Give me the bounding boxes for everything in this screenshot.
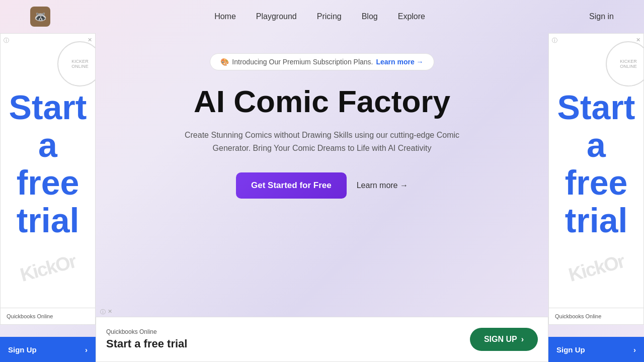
ad-left-signup-button[interactable]: Sign Up › [0, 337, 96, 362]
announcement-bar: 🎨 Introducing Our Premium Subscription P… [210, 53, 434, 70]
nav-pricing[interactable]: Pricing [317, 12, 342, 21]
sign-in-button[interactable]: Sign in [589, 12, 614, 21]
nav-playground[interactable]: Playground [256, 12, 297, 21]
ad-bottom-left: Quickbooks Online Start a free trial [106, 328, 187, 350]
nav-home[interactable]: Home [214, 12, 236, 21]
announcement-link[interactable]: Learn more → [376, 58, 423, 66]
get-started-button[interactable]: Get Started for Free [236, 172, 347, 199]
hero-buttons: Get Started for Free Learn more → [236, 172, 408, 199]
learn-more-button[interactable]: Learn more → [357, 181, 408, 190]
ad-right-signup-button[interactable]: Sign Up › [548, 337, 644, 362]
nav-blog[interactable]: Blog [362, 12, 378, 21]
ad-bottom-brand: Quickbooks Online [106, 328, 187, 335]
announcement-emoji: 🎨 [220, 58, 229, 66]
ad-bottom-icons[interactable]: ⓘ✕ [96, 307, 116, 317]
hero-subtitle: Create Stunning Comics without Drawing S… [176, 129, 468, 154]
announcement-text: Introducing Our Premium Subscription Pla… [232, 58, 373, 66]
ad-bottom-banner: ⓘ✕ Quickbooks Online Start a free trial … [96, 317, 548, 362]
ad-left-signup-label: Sign Up [8, 345, 37, 354]
logo-icon: 🦝 [30, 7, 50, 27]
chevron-right-icon-right: › [633, 345, 636, 354]
logo[interactable]: 🦝 [30, 7, 50, 27]
ad-right-signup-label: Sign Up [556, 345, 585, 354]
navbar: 🦝 Home Playground Pricing Blog Explore S… [0, 0, 644, 33]
chevron-right-icon-left: › [85, 345, 88, 354]
chevron-right-icon: › [521, 335, 524, 344]
nav-links: Home Playground Pricing Blog Explore [214, 12, 425, 21]
ad-bottom-signup-button[interactable]: SIGN UP › [470, 328, 538, 351]
nav-explore[interactable]: Explore [398, 12, 425, 21]
hero-section: 🎨 Introducing Our Premium Subscription P… [176, 53, 468, 199]
ad-bottom-title: Start a free trial [106, 337, 187, 350]
hero-title: AI Comic Factory [194, 84, 450, 119]
